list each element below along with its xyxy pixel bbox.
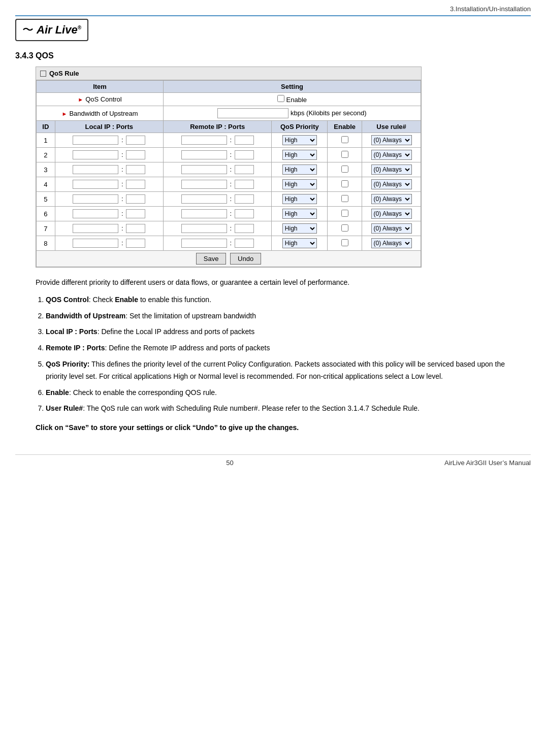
item1-label: QOS Control — [46, 295, 89, 304]
footer-manual: AirLive Air3GII User’s Manual — [444, 459, 531, 467]
local-ip-cell: : — [55, 148, 163, 162]
priority-cell: High Normal Low — [272, 148, 328, 162]
item1-text2: to enable this function. — [138, 295, 211, 304]
colon-icon: : — [121, 224, 123, 232]
local-port-input[interactable] — [126, 150, 145, 159]
local-port-input[interactable] — [126, 224, 145, 233]
local-port-input[interactable] — [126, 136, 145, 145]
save-button[interactable]: Save — [196, 253, 227, 265]
remote-ip-input[interactable] — [181, 180, 227, 189]
remote-ip-input[interactable] — [181, 239, 227, 248]
local-ip-input[interactable] — [73, 239, 118, 248]
colon-icon-r: : — [230, 210, 232, 217]
qos-control-row: ►QoS Control Enable — [37, 93, 421, 106]
userule-cell: (0) Always — [362, 148, 421, 162]
local-port-input[interactable] — [126, 194, 145, 204]
remote-ip-input[interactable] — [181, 209, 227, 218]
item6-label: Enable — [46, 388, 69, 397]
col-userule-header: Use rule# — [362, 121, 421, 133]
priority-select[interactable]: High Normal Low — [282, 194, 317, 204]
undo-button[interactable]: Undo — [230, 253, 261, 265]
local-ip-input[interactable] — [73, 136, 118, 145]
local-port-input[interactable] — [126, 180, 145, 189]
priority-select[interactable]: High Normal Low — [282, 223, 317, 234]
item7-text: : The QoS rule can work with Scheduling … — [83, 404, 420, 412]
table-row: 1 : : High Normal Low — [37, 133, 421, 148]
bandwidth-label: ►Bandwidth of Upstream — [37, 106, 164, 121]
col-id-header: ID — [37, 121, 55, 133]
local-port-input[interactable] — [126, 165, 145, 174]
enable-cell — [328, 221, 362, 236]
rule-select[interactable]: (0) Always — [371, 223, 412, 234]
local-ip-input[interactable] — [73, 209, 118, 218]
local-ip-cell: : — [55, 207, 163, 221]
row-enable-checkbox[interactable] — [341, 166, 348, 173]
row-enable-checkbox[interactable] — [341, 195, 348, 202]
item4-text: : Define the Remote IP address and ports… — [105, 344, 270, 352]
remote-ip-input[interactable] — [181, 224, 227, 233]
rule-select[interactable]: (0) Always — [371, 135, 412, 145]
colon-icon-r: : — [230, 166, 232, 173]
logo-area: 〜 Air Live® — [15, 19, 531, 41]
remote-ip-input[interactable] — [181, 150, 227, 159]
local-ip-input[interactable] — [73, 180, 118, 189]
userule-cell: (0) Always — [362, 162, 421, 177]
row-enable-checkbox[interactable] — [341, 239, 348, 246]
qos-control-checkbox[interactable] — [277, 95, 284, 102]
table-row: 8 : : High Normal Low — [37, 236, 421, 251]
local-ip-input[interactable] — [73, 165, 118, 174]
colon-icon-r: : — [230, 195, 232, 203]
table-row: 2 : : High Normal Low — [37, 148, 421, 162]
enable-cell — [328, 133, 362, 148]
remote-port-input[interactable] — [235, 165, 254, 174]
col-priority-header: QoS Priority — [272, 121, 328, 133]
local-ip-input[interactable] — [73, 150, 118, 159]
row-id: 2 — [37, 148, 55, 162]
rule-select[interactable]: (0) Always — [371, 150, 412, 160]
remote-port-input[interactable] — [235, 180, 254, 189]
remote-ip-cell: : — [164, 177, 272, 192]
bandwidth-input[interactable] — [217, 108, 288, 118]
col-enable-header: Enable — [328, 121, 362, 133]
remote-port-input[interactable] — [235, 136, 254, 145]
colon-icon-r: : — [230, 136, 232, 144]
remote-port-input[interactable] — [235, 150, 254, 159]
local-ip-input[interactable] — [73, 194, 118, 204]
remote-port-input[interactable] — [235, 224, 254, 233]
remote-ip-input[interactable] — [181, 136, 227, 145]
remote-port-input[interactable] — [235, 194, 254, 204]
userule-cell: (0) Always — [362, 221, 421, 236]
rule-select[interactable]: (0) Always — [371, 194, 412, 204]
local-port-input[interactable] — [126, 239, 145, 248]
priority-select[interactable]: High Normal Low — [282, 165, 317, 175]
local-port-input[interactable] — [126, 209, 145, 218]
remote-port-input[interactable] — [235, 209, 254, 218]
userule-cell: (0) Always — [362, 236, 421, 251]
row-enable-checkbox[interactable] — [341, 136, 348, 143]
remote-ip-input[interactable] — [181, 194, 227, 204]
priority-select[interactable]: High Normal Low — [282, 238, 317, 248]
remote-ip-cell: : — [164, 148, 272, 162]
priority-select[interactable]: High Normal Low — [282, 179, 317, 189]
remote-ip-cell: : — [164, 207, 272, 221]
row-enable-checkbox[interactable] — [341, 210, 348, 217]
rule-select[interactable]: (0) Always — [371, 165, 412, 175]
remote-ip-input[interactable] — [181, 165, 227, 174]
rule-select[interactable]: (0) Always — [371, 179, 412, 189]
row-enable-checkbox[interactable] — [341, 224, 348, 232]
row-enable-checkbox[interactable] — [341, 180, 348, 187]
rule-select[interactable]: (0) Always — [371, 238, 412, 248]
local-ip-input[interactable] — [73, 224, 118, 233]
priority-select[interactable]: High Normal Low — [282, 135, 317, 145]
row-enable-checkbox[interactable] — [341, 151, 348, 158]
local-ip-cell: : — [55, 162, 163, 177]
page-footer: 50 AirLive Air3GII User’s Manual — [15, 454, 531, 467]
colon-icon: : — [121, 180, 123, 188]
rule-select[interactable]: (0) Always — [371, 209, 412, 219]
priority-select[interactable]: High Normal Low — [282, 209, 317, 219]
priority-cell: High Normal Low — [272, 133, 328, 148]
row-id: 8 — [37, 236, 55, 251]
logo-text: Air Live® — [37, 23, 81, 37]
remote-port-input[interactable] — [235, 239, 254, 248]
priority-select[interactable]: High Normal Low — [282, 150, 317, 160]
